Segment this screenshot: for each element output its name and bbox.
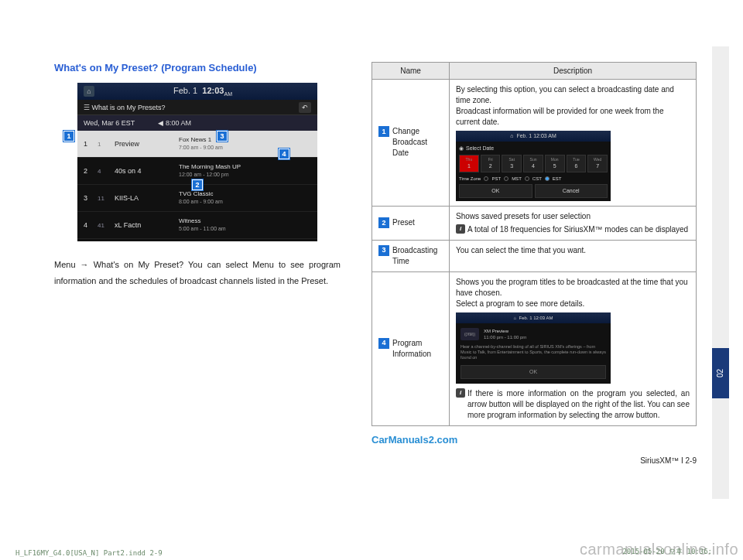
- ampm-text: AM: [224, 91, 232, 97]
- date-bar: Wed, Mar 6 EST ◀ 8:00 AM: [77, 115, 317, 131]
- row-idx: 2: [84, 167, 91, 175]
- badge-1: 1: [378, 126, 389, 137]
- right-column: Name Description 1 Change Broadcast Date…: [372, 62, 697, 465]
- description-table: Name Description 1 Change Broadcast Date…: [372, 62, 697, 426]
- screenshot-topbar: ⌂ Feb. 1 12:03AM: [77, 83, 317, 100]
- th-desc: Description: [450, 63, 697, 80]
- timezone-row: Time Zone PST MST CST EST: [459, 176, 608, 182]
- print-footer-left: H_LF16MY_G4.0[USA_N] Part2.indd 2-9: [15, 549, 163, 557]
- section-heading: What's on My Preset? (Program Schedule): [54, 62, 341, 73]
- cal-day: Tue6: [567, 155, 587, 172]
- print-footer-right: 2015-05-20 오후 10:36:: [622, 547, 712, 557]
- row-idx: 4: [84, 221, 91, 229]
- side-tab: [712, 248, 729, 298]
- screenshot-subbar: ☰ What is on My Presets? ↶: [77, 100, 317, 115]
- cal-day: Wed7: [587, 155, 608, 172]
- cell-name: 4 Program Information: [372, 271, 450, 425]
- mini-topbar: ⌂ Feb. 1 12:03 AM: [456, 312, 611, 323]
- note-text: If there is more information on the prog…: [467, 388, 690, 421]
- name-text: Change Broadcast Date: [392, 126, 443, 159]
- badge-3: 3: [378, 245, 389, 256]
- cal-day: Thu1: [459, 155, 479, 172]
- callout-2: 2: [192, 179, 203, 190]
- side-tab: [712, 398, 729, 449]
- description-paragraph: Menu → What's on My Preset? You can sele…: [54, 257, 341, 289]
- date-select-screenshot: ⌂ Feb. 1 12:03 AM ◉ Select Date Thu1 Fri…: [456, 131, 611, 201]
- date-text: Feb. 1: [173, 86, 197, 95]
- ok-button: OK: [459, 184, 532, 198]
- callout-1: 1: [63, 131, 74, 142]
- side-tab: [712, 197, 729, 248]
- xm-logo-icon: ((XM)): [461, 328, 479, 340]
- side-tab: [712, 298, 729, 348]
- time-text: 12:03: [202, 86, 224, 95]
- desc-text: Shows saved presets for user selection: [456, 211, 690, 222]
- desc-text: By selecting this option, you can select…: [456, 84, 690, 128]
- cell-desc: You can select the time that you want.: [450, 240, 697, 271]
- name-text: Program Information: [392, 338, 443, 360]
- presets-screenshot: ⌂ Feb. 1 12:03AM ☰ What is on My Presets…: [77, 83, 317, 241]
- time-slot: 8:00 AM: [166, 119, 191, 127]
- row-station: xL Factn: [115, 221, 173, 229]
- row-ch: 4: [98, 168, 108, 175]
- cal-day: Sun4: [523, 155, 543, 172]
- cell-desc: By selecting this option, you can select…: [450, 80, 697, 207]
- callout-4: 4: [279, 149, 289, 159]
- callout-3: 3: [217, 131, 228, 142]
- row-prog: Fox News 17:00 am - 9:00 am: [179, 136, 311, 151]
- row-ch: 11: [98, 195, 108, 202]
- calendar-days: Thu1 Fri2 Sat3 Sun4 Mon5 Tue6 Wed7: [459, 155, 608, 172]
- prog-sub: 11:00 pm - 11:00 pm: [484, 334, 526, 340]
- back-icon: ↶: [299, 102, 311, 113]
- desc-text: Shows you the program titles to be broad…: [456, 277, 690, 309]
- side-tabs: 02: [712, 46, 729, 499]
- select-date-label: ◉ Select Date: [459, 145, 608, 152]
- prog-title: XM Preview: [484, 328, 526, 334]
- footer-link[interactable]: CarManuals2.com: [372, 434, 697, 446]
- th-name: Name: [372, 63, 450, 80]
- ok-button: OK: [461, 365, 606, 379]
- clock: Feb. 1 12:03AM: [173, 86, 232, 97]
- row-ch: 1: [98, 141, 108, 148]
- cell-desc: Shows you the program titles to be broad…: [450, 271, 697, 425]
- row-prog: Witness5:00 am - 11:00 am: [179, 217, 311, 232]
- date-row: Wed, Mar 6 EST: [84, 119, 135, 127]
- note-text: A total of 18 frequencies for SiriusXM™ …: [467, 224, 688, 235]
- badge-2: 2: [378, 217, 389, 228]
- cell-name: 3 Broadcasting Time: [372, 240, 450, 271]
- program-info-screenshot: ⌂ Feb. 1 12:03 AM ((XM)) XM Preview 11:0…: [456, 312, 611, 384]
- name-text: Broadcasting Time: [392, 245, 443, 267]
- cell-name: 2 Preset: [372, 206, 450, 240]
- info-icon: i: [456, 388, 465, 398]
- mini-topbar: ⌂ Feb. 1 12:03 AM: [456, 131, 611, 142]
- cal-day: Mon5: [545, 155, 565, 172]
- preset-row: 4 41 xL Factn Witness5:00 am - 11:00 am: [77, 212, 317, 239]
- cancel-button: Cancel: [535, 184, 608, 198]
- row-station: Preview: [115, 140, 173, 148]
- side-tab: [712, 147, 729, 197]
- left-column: What's on My Preset? (Program Schedule) …: [54, 62, 341, 465]
- desc-text: You can select the time that you want.: [456, 245, 690, 256]
- page-number: SiriusXM™ I 2-9: [372, 456, 697, 465]
- cell-desc: Shows saved presets for user selection i…: [450, 206, 697, 240]
- side-tab-active: 02: [712, 348, 729, 398]
- row-ch: 41: [98, 222, 108, 229]
- cell-name: 1 Change Broadcast Date: [372, 80, 450, 207]
- row-station: KIIS-LA: [115, 194, 173, 202]
- side-tab: [712, 449, 729, 499]
- info-icon: i: [456, 224, 465, 234]
- cal-day: Fri2: [481, 155, 501, 172]
- row-prog: TVG Classic8:00 am - 9:00 am: [179, 190, 311, 205]
- row-station: 40s on 4: [115, 167, 173, 175]
- cal-day: Sat3: [502, 155, 522, 172]
- name-text: Preset: [392, 217, 415, 228]
- list-icon: ☰: [84, 104, 90, 111]
- page: What's on My Preset? (Program Schedule) …: [0, 0, 743, 480]
- side-tab: [712, 97, 729, 147]
- subtitle: What is on My Presets?: [92, 104, 166, 111]
- side-tab: [712, 46, 729, 97]
- prog-body: Hear a channel-by-channel listing of all…: [461, 344, 606, 360]
- badge-4: 4: [378, 338, 389, 349]
- home-icon: ⌂: [84, 86, 94, 97]
- row-idx: 3: [84, 194, 91, 202]
